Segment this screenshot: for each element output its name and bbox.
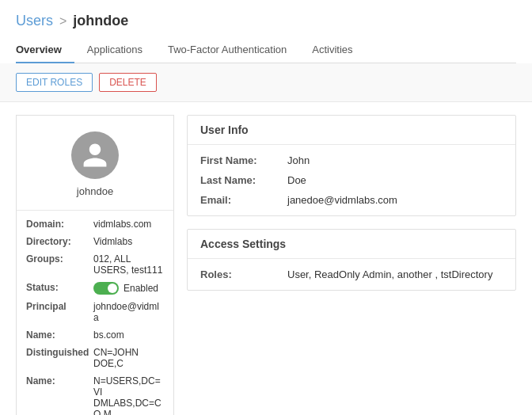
distinguished-value: CN=JOHN DOE,C: [93, 347, 164, 369]
right-panel: User Info First Name: John Last Name: Do…: [187, 115, 516, 415]
access-settings-card: Access Settings Roles: User, ReadOnly Ad…: [187, 229, 516, 291]
principal-row: Principal johndoe@vidmla: [26, 301, 164, 323]
breadcrumb-current: johndoe: [73, 13, 128, 29]
name2-value: N=USERS,DC=VI DMLABS,DC=CO M: [93, 375, 164, 415]
groups-value: 012, ALL USERS, test111: [93, 253, 164, 276]
distinguished-label: Distinguished: [26, 347, 93, 369]
principal-value: johndoe@vidmla: [93, 301, 164, 323]
main-content: johndoe Domain: vidmlabs.com Directory: …: [0, 102, 532, 415]
last-name-value: Doe: [287, 174, 306, 186]
last-name-label: Last Name:: [200, 174, 287, 186]
name-row: Name: bs.com: [26, 329, 164, 341]
tab-applications[interactable]: Applications: [74, 37, 155, 63]
roles-value: User, ReadOnly Admin, another , tstDirec…: [287, 268, 492, 280]
toggle-container: Enabled: [93, 282, 158, 295]
avatar-section: johndoe: [17, 116, 173, 211]
user-icon: [81, 141, 109, 169]
domain-label: Domain:: [26, 219, 93, 230]
status-row: Status: Enabled: [26, 282, 164, 295]
domain-value: vidmlabs.com: [93, 219, 151, 230]
name2-row: Name: N=USERS,DC=VI DMLABS,DC=CO M: [26, 375, 164, 415]
email-row: Email: janedoe@vidmlabs.com: [200, 194, 503, 206]
enabled-label: Enabled: [124, 283, 158, 294]
directory-row: Directory: Vidmlabs: [26, 236, 164, 247]
name2-label: Name:: [26, 375, 93, 415]
domain-row: Domain: vidmlabs.com: [26, 219, 164, 230]
breadcrumb-separator: >: [59, 14, 66, 29]
name-value: bs.com: [93, 329, 124, 341]
user-info-card: User Info First Name: John Last Name: Do…: [187, 115, 516, 216]
groups-label: Groups:: [26, 253, 93, 276]
avatar: [71, 131, 119, 179]
email-value: janedoe@vidmlabs.com: [287, 194, 397, 206]
directory-value: Vidmlabs: [93, 236, 132, 247]
email-label: Email:: [200, 194, 287, 206]
user-details: Domain: vidmlabs.com Directory: Vidmlabs…: [17, 211, 173, 415]
tab-activities[interactable]: Activities: [299, 37, 365, 63]
roles-row: Roles: User, ReadOnly Admin, another , t…: [200, 268, 503, 280]
page-header: Users > johndoe Overview Applications Tw…: [0, 0, 532, 63]
username-display: johndoe: [77, 185, 113, 197]
edit-roles-button[interactable]: EDIT ROLES: [16, 73, 93, 92]
access-settings-body: Roles: User, ReadOnly Admin, another , t…: [188, 259, 515, 290]
breadcrumb-parent[interactable]: Users: [16, 13, 53, 29]
status-label: Status:: [26, 282, 93, 295]
user-info-body: First Name: John Last Name: Doe Email: j…: [188, 145, 515, 215]
groups-row: Groups: 012, ALL USERS, test111: [26, 253, 164, 276]
name-label: Name:: [26, 329, 93, 341]
status-toggle[interactable]: [93, 282, 119, 295]
tab-overview[interactable]: Overview: [16, 37, 74, 63]
user-profile-panel: johndoe Domain: vidmlabs.com Directory: …: [16, 115, 174, 415]
directory-label: Directory:: [26, 236, 93, 247]
principal-label: Principal: [26, 301, 93, 323]
first-name-label: First Name:: [200, 154, 287, 166]
tab-two-factor[interactable]: Two-Factor Authentication: [155, 37, 299, 63]
tabs-nav: Overview Applications Two-Factor Authent…: [16, 37, 516, 63]
roles-label: Roles:: [200, 268, 287, 280]
distinguished-row: Distinguished CN=JOHN DOE,C: [26, 347, 164, 369]
delete-button[interactable]: DELETE: [99, 73, 157, 92]
first-name-row: First Name: John: [200, 154, 503, 166]
status-value: Enabled: [93, 282, 158, 295]
actions-bar: EDIT ROLES DELETE: [0, 63, 532, 102]
user-info-title: User Info: [188, 116, 515, 145]
first-name-value: John: [287, 154, 310, 166]
access-settings-title: Access Settings: [188, 230, 515, 259]
last-name-row: Last Name: Doe: [200, 174, 503, 186]
breadcrumb: Users > johndoe: [16, 13, 516, 29]
